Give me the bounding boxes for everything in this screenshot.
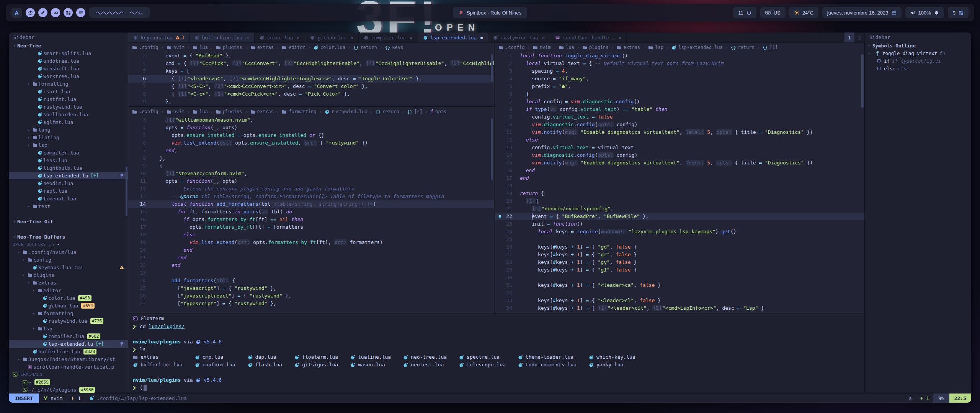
breadcrumb-segment[interactable]: lua [193,109,208,114]
breadcrumb-segment[interactable]: lua [559,45,574,50]
clock-module[interactable]: jueves, noviembre 16, 2023 [822,7,902,18]
tree-item[interactable]: compiler.lua#682 [9,332,128,340]
code-line[interactable]: 10 vim.diagnostic.config(opts: config) [495,121,864,128]
code-line[interactable]: 16 end [495,167,864,174]
tab-close-icon[interactable]: × [297,35,300,41]
ls-entry[interactable]: dap.lua [248,353,282,361]
tree-section-neo-tree-git[interactable]: ▾Neo-Tree Git [9,218,128,225]
breadcrumb-segment[interactable]: {}return [376,109,399,114]
code-line[interactable]: 13 ---@param tbl table<string, conform.F… [128,193,494,200]
tree-item[interactable]: sqlfmt.lua [9,118,128,126]
ls-entry[interactable]: extras [133,353,183,361]
code-line[interactable]: 17end [495,174,864,182]
dock-icon-pen[interactable] [38,8,47,17]
keyboard-layout-module[interactable]: US [760,7,786,18]
code-line[interactable]: 16 if opts.formatters_by_ft[ft] == nil t… [128,216,494,223]
code-line[interactable]: 8 }, [128,154,494,162]
breadcrumb-segment[interactable]: {}[2] [407,109,423,114]
code-line[interactable]: 15 vim.notify(msg: "Enabled diagnostics … [495,159,864,167]
tree-item[interactable]: ▸test [9,202,128,210]
tree-item[interactable]: bufferline.lua#328 [9,348,128,355]
code-line[interactable]: 21 end [128,254,494,262]
code-line[interactable]: 27 keys[#keys + 1] = { "gr", false } [495,251,864,259]
code-line[interactable]: 24 local keys = require(modname: "lazyvi… [495,228,864,236]
code-line[interactable]: 23 init = function() [495,220,864,228]
code-line[interactable]: 3 [1]"williamboman/mason.nvim", [128,116,494,124]
code-line[interactable]: 2 local virtual_text = { -- Default virt… [495,60,864,67]
code-line[interactable]: 15 for ft, formatters in pairs(t: tbl) d… [128,208,494,216]
code-area[interactable]: 3 event = { "BufRead" },4 cmd = { [1]"Cc… [128,52,494,106]
code-line[interactable]: 18 else [128,231,494,239]
code-line[interactable]: 26 keys[#keys + 1] = { "gd", false } [495,243,864,251]
window-title-pill[interactable] [89,7,150,18]
code-line[interactable]: 11 opts = function(_, opts) [128,177,494,185]
code-line[interactable]: 7 end, [128,147,494,154]
breadcrumb-segment[interactable]: nvim [533,45,551,50]
tree-item[interactable]: rustywind.lua#726 [9,317,128,325]
tree-item[interactable]: neodim.lua [9,179,128,187]
tree-item[interactable]: scrollbar-handle-vertical.p [9,363,128,371]
code-line[interactable]: 30 [495,274,864,281]
outline-item-else[interactable]: elseelse [865,65,971,72]
ls-entry[interactable]: conform.lua [195,361,235,369]
code-line[interactable]: 6 vim.list_extend(dst: opts.ensure_insta… [128,139,494,147]
tabpage-2[interactable]: 2 [854,33,864,42]
breadcrumb-segment[interactable]: formatting [282,109,316,114]
tab-github.lua[interactable]: github.lua× [305,33,359,42]
dock-icon-power[interactable] [26,8,35,17]
ls-entry[interactable]: lualine.lua [350,353,391,361]
tabpage-1[interactable]: 1 [844,33,854,42]
breadcrumb-segment[interactable]: nvim [167,45,185,50]
workspaces-module[interactable]: 9 [948,7,969,18]
dock-icon-infinity[interactable] [51,8,60,17]
floaterm-panel[interactable]: Floaterm cd lua/plugins/nvim/lua/plugins… [128,313,864,393]
code-line[interactable]: 12 else [495,136,864,144]
tab-close-icon[interactable]: × [246,35,249,41]
tab-close-icon[interactable]: × [542,35,545,41]
tab-close-icon[interactable]: × [410,35,413,41]
breadcrumb-segment[interactable]: extras [617,45,640,50]
tab-color.lua[interactable]: color.lua× [255,33,305,42]
tab-rustywind.lua[interactable]: rustywind.lua× [488,33,550,42]
tree-item[interactable]: keymaps.lua#10 [9,263,128,271]
code-line[interactable]: 5 prefix = "●", [495,83,864,90]
ls-entry[interactable]: telescope.lua [459,361,506,369]
tree-item[interactable]: github.lua#654 [9,302,128,309]
tree-section-neo-tree-buffers[interactable]: ▾Neo-Tree Buffers [9,233,128,241]
terminal-output[interactable]: cd lua/plugins/nvim/lua/plugins via v5.4… [128,323,864,392]
breadcrumb-segment[interactable]: color.lua [314,45,345,50]
tab-bufferline.lua[interactable]: bufferline.lua× [189,33,255,42]
breadcrumb-segment[interactable]: lua [193,45,208,50]
ls-entry[interactable]: neotest.lua [403,361,447,369]
tree-item[interactable]: ▾lsp [9,325,128,332]
breadcrumb-segment[interactable]: plugins [216,109,242,114]
code-line[interactable]: 13 config.virtual_text = virtual_text [495,144,864,151]
updates-module[interactable]: 11 [733,7,756,18]
breadcrumb-segment[interactable]: .config [498,45,525,50]
breadcrumb-segment[interactable]: {}keys [385,45,403,50]
tree-section-neo-tree[interactable]: ▾Neo-Tree [9,42,128,49]
code-line[interactable]: 20 [1]{ [495,197,864,205]
code-line[interactable]: 22 event = { "BufReadPre", "BufNewFile" … [495,213,864,220]
code-area[interactable]: 1local function toggle_diag_virtext()2 l… [495,52,864,313]
code-line[interactable]: 8 { [1]"<C-c>", [2]"<cmd>CccPick<cr>", d… [128,90,494,98]
code-line[interactable]: 1local function toggle_diag_virtext() [495,52,864,60]
code-line[interactable]: 22 end [128,262,494,269]
launcher-logo[interactable]: A [11,8,22,18]
volume-module[interactable]: 100% [905,7,944,18]
dock-icon-grid[interactable] [64,8,73,17]
tree-item[interactable]: ▾extras [9,279,128,286]
tree-item[interactable]: color.lua#493 [9,294,128,302]
breadcrumb-segment[interactable]: plugins [216,45,242,50]
pane-scrollbar[interactable] [861,54,864,108]
code-line[interactable]: 21 [1]"neovim/nvim-lspconfig", [495,205,864,213]
breadcrumb-segment[interactable]: .config [132,45,158,50]
ls-entry[interactable]: theme-loader.lua [518,353,577,361]
breadcrumb-segment[interactable]: .config [132,109,158,114]
tree-item[interactable]: rustywind.lua [9,103,128,111]
code-line[interactable]: 5 keys = { [128,67,494,75]
outline-item-if[interactable]: ifif type(config.vi [865,57,971,65]
code-line[interactable]: 25 [495,236,864,243]
outline-header[interactable]: ▾ Symbols Outline [865,42,971,49]
tree-item[interactable]: ▾editor [9,286,128,294]
